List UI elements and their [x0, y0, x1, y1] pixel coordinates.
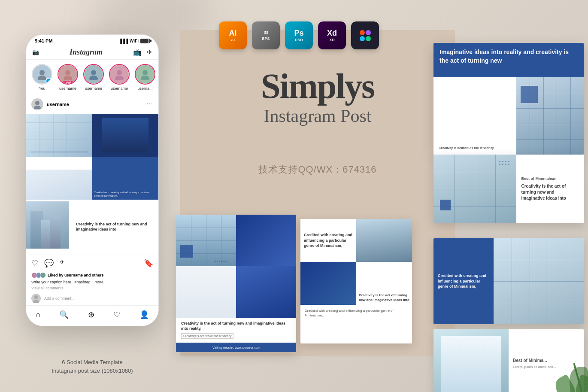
- preview-card-2: Credited with creating and influencing a…: [300, 219, 412, 343]
- figma-dots: [360, 30, 371, 41]
- watermark-text: 技术支持QQ/WX：674316: [197, 163, 438, 176]
- save-icon[interactable]: 🔖: [144, 258, 153, 268]
- phone-battery-icon: [140, 39, 150, 43]
- post-large-section: Creativity is the act of turning new and…: [26, 200, 158, 253]
- right-card-header-text: Imaginative ideas into reality and creat…: [439, 48, 578, 65]
- story-1[interactable]: LIVE username: [57, 64, 79, 91]
- phone-add-comment[interactable]: Add a comment...: [26, 291, 158, 306]
- stories-row: + You LIVE username username: [26, 60, 158, 95]
- svg-point-5: [89, 76, 98, 80]
- card1-big-text: Creativity is the act of turning new and…: [181, 321, 291, 331]
- photoshop-icon: Ps PSD: [285, 21, 313, 49]
- post-more-icon[interactable]: ···: [147, 100, 153, 108]
- share-icon[interactable]: ✈: [60, 258, 65, 268]
- story-4-label: userna...: [134, 86, 156, 91]
- svg-point-9: [141, 76, 149, 80]
- card1-text-section: Creativity is the act of turning new and…: [176, 318, 296, 342]
- svg-point-13: [33, 300, 39, 303]
- bottom-line-1: 6 Social Media Template: [26, 358, 159, 367]
- caption-text: Write your caption here...#hashtag ...mo…: [31, 280, 103, 284]
- preview-card-1: Creativity is the act of turning new and…: [176, 215, 296, 352]
- xd-icon: Xd XD: [318, 21, 346, 49]
- phone-mockup: 9:41 PM ▐▐▐ WiFi 📷 Instagram 📺 ✈ + You: [26, 34, 159, 326]
- svg-point-8: [142, 70, 148, 75]
- card1-small-text: Creativity is defined as the tendency: [181, 333, 233, 339]
- story-4[interactable]: userna...: [134, 64, 156, 91]
- svg-point-4: [91, 70, 96, 75]
- phone-nav-bar: ⌂ 🔍 ⊕ ♡ 👤: [26, 305, 158, 326]
- svg-point-7: [115, 76, 124, 80]
- right-card-header: Imaginative ideas into reality and creat…: [433, 43, 584, 77]
- figma-icon: [351, 21, 379, 49]
- promo-main-title: Simplys: [197, 69, 438, 104]
- nav-profile-icon[interactable]: 👤: [139, 310, 149, 319]
- ai-letter: Ai: [229, 29, 237, 37]
- nav-add-icon[interactable]: ⊕: [88, 310, 94, 319]
- phone-status-bar: 9:41 PM ▐▐▐ WiFi: [26, 35, 158, 45]
- svg-point-2: [65, 70, 70, 75]
- phone-view-comments[interactable]: View all comments: [26, 285, 158, 291]
- bottom-card-1-text: Credited with creating and influencing a…: [438, 273, 489, 289]
- card1-footer: Visit my website : www.yourwebs.com: [176, 343, 296, 352]
- story-3[interactable]: username: [109, 64, 130, 91]
- post-username-label: username: [47, 102, 69, 107]
- instagram-header: 📷 Instagram 📺 ✈: [26, 45, 158, 60]
- illustrator-icon: Ai AI: [219, 21, 247, 49]
- card2-big-text: Credited with creating and influencing a…: [304, 232, 353, 249]
- nav-home-icon[interactable]: ⌂: [36, 310, 40, 319]
- post-header: username ···: [26, 95, 158, 114]
- post-image: Credited with creating and influencing a…: [26, 114, 158, 200]
- phone-time: 9:41 PM: [35, 38, 53, 43]
- phone-caption: Write your caption here...#hashtag ...mo…: [26, 279, 158, 285]
- story-you[interactable]: + You: [31, 64, 53, 91]
- comment-input-placeholder: Add a comment...: [44, 296, 75, 301]
- card2-credited-text: Credited with creating and influencing a…: [305, 308, 408, 318]
- nav-search-icon[interactable]: 🔍: [59, 310, 69, 319]
- bottom-description: 6 Social Media Template Instagram post s…: [26, 358, 159, 375]
- plant-decoration: [536, 328, 588, 392]
- right-card-building: Creativity is defined as the tendency: [433, 77, 584, 155]
- story-2[interactable]: username: [83, 64, 104, 91]
- card2-small-text: Creativity is the act of turning new and…: [359, 293, 409, 302]
- like-icon[interactable]: ♡: [31, 258, 38, 268]
- right-card-1: Imaginative ideas into reality and creat…: [433, 43, 584, 155]
- story-you-label: You: [31, 86, 53, 91]
- right-card-2-label: Best of Minimalism: [521, 176, 579, 181]
- right-card-body-text: Creativity is defined as the tendency: [439, 146, 511, 150]
- comment-avatar: [31, 294, 41, 303]
- svg-point-12: [34, 295, 38, 299]
- bottom-line-2: Instagram post size (1080x1080): [26, 367, 159, 375]
- tool-icons-row: Ai AI ≋ EPS Ps PSD Xd XD: [219, 21, 379, 49]
- nav-heart-icon[interactable]: ♡: [113, 310, 120, 319]
- liked-by-text: Liked by usurname and others: [48, 273, 104, 277]
- svg-point-10: [35, 101, 39, 105]
- right-card-2-text: Creativity is the act of turning new and…: [521, 183, 579, 201]
- story-1-label: username: [57, 86, 79, 91]
- svg-point-6: [117, 70, 122, 75]
- phone-likes: Liked by usurname and others: [26, 271, 158, 279]
- card2-credited-section: Credited with creating and influencing a…: [300, 305, 412, 321]
- instagram-logo-text: Instagram: [70, 48, 103, 57]
- messenger-icon[interactable]: ✈: [147, 48, 152, 56]
- right-card-2: Best of Minimalism Creativity is the act…: [433, 155, 584, 223]
- comment-icon[interactable]: 💬: [44, 258, 54, 268]
- story-3-label: username: [109, 86, 130, 91]
- bottom-card-1: Credited with creating and influencing a…: [433, 238, 584, 324]
- instagram-header-icons: 📺 ✈: [133, 48, 152, 56]
- svg-point-11: [34, 106, 41, 109]
- promo-sub-title: Instagram Post: [197, 106, 438, 126]
- eps-icon: ≋ EPS: [252, 21, 280, 49]
- post-caption-overlay: Credited with creating and influencing a…: [92, 189, 158, 200]
- svg-point-1: [38, 76, 46, 80]
- post-creativity-text: Creativity is the act of turning new and…: [76, 222, 155, 232]
- svg-point-0: [39, 70, 45, 75]
- promo-title-block: Simplys Instagram Post: [197, 69, 438, 126]
- notification-icon[interactable]: 📺: [133, 48, 142, 56]
- svg-point-3: [64, 76, 72, 80]
- instagram-logo-icon: 📷: [32, 49, 39, 56]
- preview-cards-row: Creativity is the act of turning new and…: [176, 215, 459, 352]
- story-2-label: username: [83, 86, 104, 91]
- promo-area: Ai AI ≋ EPS Ps PSD Xd XD Simp: [180, 30, 455, 356]
- phone-post-actions: ♡ 💬 ✈ 🔖: [26, 255, 158, 271]
